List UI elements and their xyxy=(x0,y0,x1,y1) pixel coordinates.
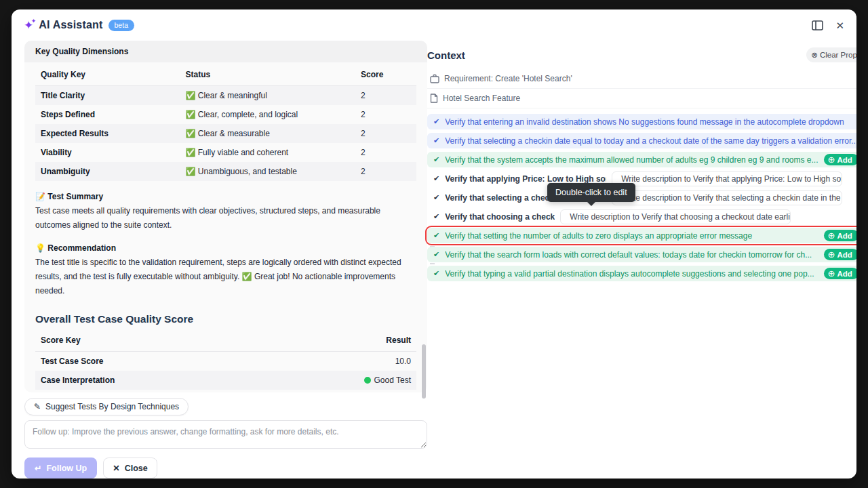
beta-badge: beta xyxy=(108,20,134,31)
context-panel: Context ⊗ Clear Proposals Requirement: C… xyxy=(427,41,856,479)
document-icon xyxy=(430,94,438,103)
check-icon: ✔ xyxy=(433,136,439,145)
summary-text: Test case meets all quality requirements… xyxy=(35,204,416,232)
table-row: Steps Defined ✅ Clear, complete, and log… xyxy=(35,105,416,124)
edit-tooltip: Double-click to edit xyxy=(547,183,635,202)
table-row: Unambiguity ✅ Unambiguous, and testable … xyxy=(35,162,416,181)
table-row: Expected Results ✅ Clear & measurable 2 xyxy=(35,124,416,143)
table-header-row: Quality Key Status Score xyxy=(35,64,416,86)
add-proposal-button[interactable]: ⊕Add xyxy=(824,249,857,260)
feature-context-row: Hotel Search Feature xyxy=(427,89,856,108)
assistant-message: Key Quality Dimensions Quality Key Statu… xyxy=(24,41,427,392)
assistant-response-column: Key Quality Dimensions Quality Key Statu… xyxy=(12,41,427,479)
check-icon: ✔ xyxy=(433,155,439,164)
proposal-row[interactable]: ✔ Verify that the search form loads with… xyxy=(427,247,856,262)
proposal-row[interactable]: ✔ Verify that applying Price: Low to Hig… xyxy=(427,171,856,186)
proposal-row[interactable]: ✔ Verify that the system accepts the max… xyxy=(427,152,856,167)
memo-icon: 📝 xyxy=(35,192,45,201)
circle-plus-icon: ⊕ xyxy=(828,155,835,164)
table-row: Viability ✅ Fully viable and coherent 2 xyxy=(35,143,416,162)
proposal-row[interactable]: ✔ Verify that selecting a checkin date i… xyxy=(427,190,856,205)
lightbulb-icon: 💡 xyxy=(35,243,45,253)
composer-area: ✎ Suggest Tests By Design Techniques ↵ F… xyxy=(24,392,427,479)
proposal-row[interactable]: ✔ Verify that choosing a check Write des… xyxy=(427,209,856,224)
requirement-context-row: Requirement: Create 'Hotel Search' xyxy=(427,69,856,89)
layout-panel-icon[interactable] xyxy=(812,20,823,30)
panel-header: ✦✦ AI Assistant beta ✕ xyxy=(12,9,856,41)
status-dot xyxy=(364,377,371,384)
ai-assistant-panel: ✦✦ AI Assistant beta ✕ Key Quality Dimen… xyxy=(12,9,856,479)
add-proposal-button[interactable]: ⊕Add xyxy=(824,154,857,165)
left-scrollbar-thumb[interactable] xyxy=(422,344,426,399)
suggest-tests-button[interactable]: ✎ Suggest Tests By Design Techniques xyxy=(24,398,189,415)
add-proposal-button[interactable]: ⊕Add xyxy=(824,230,857,241)
circle-plus-icon: ⊕ xyxy=(828,250,835,259)
clear-proposals-button[interactable]: ⊗ Clear Proposals xyxy=(806,47,856,62)
add-proposal-button[interactable]: ⊕Add xyxy=(824,268,857,279)
quality-table: Quality Key Status Score Title Clarity ✅… xyxy=(35,64,416,181)
briefcase-icon xyxy=(430,74,439,83)
recommendation-text: The test title is specific to the valida… xyxy=(35,256,416,298)
check-icon: ✔ xyxy=(433,174,439,183)
pencil-icon: ✎ xyxy=(34,402,41,411)
check-icon: ✔ xyxy=(433,212,439,221)
return-icon: ↵ xyxy=(35,463,41,473)
tooltip-arrow xyxy=(587,202,595,206)
proposal-row[interactable]: ✔ Verify that selecting a checkin date e… xyxy=(427,133,856,148)
check-icon: ✔ xyxy=(433,269,439,278)
close-button[interactable]: ✕ Close xyxy=(103,458,157,479)
circle-plus-icon: ⊕ xyxy=(828,231,835,240)
check-icon: ✔ xyxy=(433,193,439,202)
proposal-row[interactable]: ✔ Verify that typing a valid partial des… xyxy=(427,266,856,281)
write-description-button[interactable]: Write description to Verify that choosin… xyxy=(560,209,791,224)
proposal-row[interactable]: ✔ Verify that entering an invalid destin… xyxy=(427,114,856,129)
check-icon: ✔ xyxy=(433,117,439,126)
write-description-button[interactable]: Write description to Verify that selecti… xyxy=(612,190,842,205)
follow-up-input[interactable] xyxy=(24,420,427,449)
table-header-row: Score Key Result xyxy=(35,329,416,352)
close-icon: ✕ xyxy=(113,463,119,473)
context-title: Context xyxy=(427,49,465,61)
close-panel-icon[interactable]: ✕ xyxy=(835,20,844,30)
proposal-row-highlighted[interactable]: ✔ Verify that setting the number of adul… xyxy=(427,228,856,243)
dimensions-header: Key Quality Dimensions xyxy=(24,41,427,62)
sparkle-icon: ✦✦ xyxy=(24,20,33,31)
table-row: Case Interpretation Good Test xyxy=(35,371,416,390)
circle-x-icon: ⊗ xyxy=(811,50,818,60)
score-table: Score Key Result Test Case Score 10.0 Ca… xyxy=(35,329,416,390)
panel-title: AI Assistant xyxy=(39,19,102,31)
overall-score-heading: Overall Test Case Quality Score xyxy=(35,313,416,325)
recommendation-heading: 💡 Recommendation xyxy=(35,243,416,253)
summary-heading: 📝 Test Summary xyxy=(35,192,416,201)
table-row: Title Clarity ✅ Clear & meaningful 2 xyxy=(35,86,416,106)
check-icon: ✔ xyxy=(433,250,439,259)
write-description-button[interactable]: Write description to Verify that applyin… xyxy=(612,171,842,186)
circle-plus-icon: ⊕ xyxy=(828,269,835,278)
table-row: Test Case Score 10.0 xyxy=(35,352,416,371)
check-icon: ✔ xyxy=(433,231,439,240)
follow-up-button[interactable]: ↵ Follow Up xyxy=(24,458,97,479)
